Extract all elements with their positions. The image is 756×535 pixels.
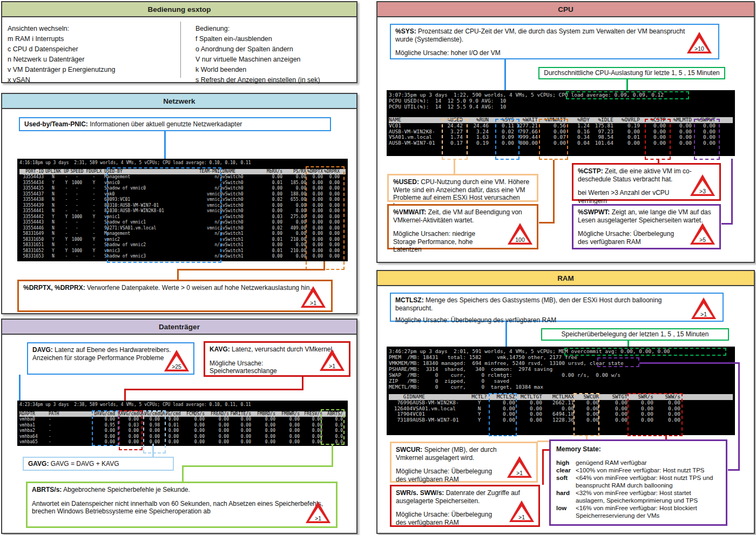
- connector-line: [332, 445, 333, 466]
- shortcut-line: x vSAN: [8, 75, 170, 85]
- note-text: Latenz, verursacht durch VMkernel.: [230, 346, 334, 353]
- terminal-line: PSHARE/MB: 3314 shared, 340 common: 2974…: [389, 366, 733, 372]
- table-row: 33554433N---Managementn/avSwitch00.000.0…: [19, 174, 346, 180]
- memory-state-row: high genügend RAM verfügbar: [556, 459, 720, 466]
- terminal-line: PCPU UTIL(%): 14 12 5.5 9.4 AVG: 10: [389, 104, 733, 110]
- connector-line: [731, 159, 733, 225]
- shortcut-line: k World beenden: [195, 65, 352, 75]
- note-label: MCTLSZ:: [395, 296, 424, 304]
- note-text: GAVG = DAVG + KAVG: [49, 460, 119, 468]
- connector-line: [542, 449, 544, 485]
- memory-state-desc: <100% von minFree verfügbar: Host nutzt …: [576, 466, 720, 474]
- memory-state-note: Memory State: high genügend RAM verfügba…: [549, 439, 727, 526]
- shortcut-line: Ansichten wechseln:: [8, 24, 170, 34]
- note-cause: Mögliche Ursache: Überbelegung des verfü…: [396, 511, 493, 526]
- table-row: vmhba65-0.000.000.000.000.000.000.000.00…: [19, 439, 346, 445]
- memory-state-list: high genügend RAM verfügbar clear <100% …: [556, 459, 720, 519]
- cstp-note: %CSTP: Zeit, die eine aktive VM im co-de…: [572, 163, 721, 201]
- shortcut-line: m RAM i Interrupts: [8, 34, 170, 44]
- esxtop-cheatsheet: Bedienung esxtop Ansichten wechseln:m RA…: [0, 0, 756, 535]
- disk-table: ADAPTRPATHDAVG/cmdKAVG/cmdGAVG/cmdQAVG/c…: [19, 411, 346, 445]
- connector-line: [639, 362, 740, 364]
- memory-state-term: soft: [556, 474, 576, 489]
- table-row: 33554439N---80310:AUSB-VM-WIN7-01vmnic1v…: [19, 203, 346, 209]
- note-text: Speicherüberbelegung der letzten 1, 5 , …: [562, 330, 709, 338]
- panel-ram: RAM MCTLSZ: Menge des Speichers des Gast…: [376, 270, 755, 534]
- swcur-note: SWCUR: Speicher (MB), der durch Vmkernel…: [390, 442, 538, 483]
- connector-line: [182, 465, 184, 482]
- note-label: %USED:: [393, 178, 419, 186]
- terminal-header-lines: 3:46:27pm up 3 days 2:01, 591 worlds, 4 …: [389, 348, 733, 390]
- memory-state-desc: genügend RAM verfügbar: [576, 459, 720, 466]
- panel-title-ram: RAM: [377, 271, 754, 286]
- connector-line: [553, 160, 555, 224]
- warning-triangle-icon: >25: [164, 350, 189, 371]
- connector-line: [721, 223, 732, 225]
- note-cause: Mögliche Ursachen: niedrige Storage Perf…: [393, 230, 496, 254]
- mctlsz-note: MCTLSZ: Menge des Speichers des Gastsyst…: [390, 293, 724, 322]
- table-row: 33554442YY1000Yvmnic1-vSwitch00.03275.00…: [19, 214, 346, 220]
- connector-line: [177, 269, 325, 270]
- note-label: %CSTP:: [578, 167, 603, 175]
- note-cause: Antwortet ein Datenspeicher nicht innerh…: [32, 500, 323, 516]
- note-text: Latenz auf Ebene des Hardwaretreibers. A…: [32, 346, 171, 362]
- table-row: vmhba2-0.000.000.000.000.000.000.000.000…: [19, 428, 346, 434]
- memory-state-term: low: [556, 504, 576, 519]
- note-text: Informationen über aktuell genutzte Netz…: [88, 120, 242, 128]
- ram-table: GIDNAMEMCTL?MCTLSZMCTLTGTMCTLMAXSWCURSWT…: [389, 394, 733, 423]
- note-cause: Mögliche Ursache: Überbelegung des verfü…: [395, 316, 718, 324]
- table-row: 58331652YY1000Yvmnic3-vSwitch10.01210.00…: [19, 248, 346, 254]
- ram-overcommit-note: Speicherüberbelegung der letzten 1, 5 , …: [541, 328, 729, 341]
- table-row: 33554435N---Shadow of vmnic0n/avSwitch00…: [19, 186, 346, 192]
- table-row: vmhba0-0.000.000.000.000.000.000.000.000…: [19, 417, 346, 423]
- note-text: Durchschnittliche CPU-Auslastung für let…: [544, 69, 720, 77]
- ram-terminal: 3:46:27pm up 3 days 2:01, 591 worlds, 4 …: [387, 347, 735, 435]
- note-label: %VMWAIT:: [393, 208, 426, 216]
- panel-cpu: CPU %SYS: Prozentsatz der CPU-Zeit der V…: [376, 1, 755, 263]
- shortcut-line: s Refresh der Anzeigen einstellen (in se…: [195, 75, 352, 85]
- disk-terminal: 4:23:34pm up 3 days 2:38, 589 worlds, 4 …: [17, 401, 348, 446]
- table-row: 58331653N---Shadow of vmnic3n/avSwitch10…: [19, 254, 346, 260]
- drp-note: %DRPTX, %DRPRX: Verworfene Datenpakete. …: [17, 280, 333, 312]
- note-label: %DRPTX, %DRPRX:: [23, 284, 85, 292]
- note-cause: Mögliche Ursache: Speicherwarteschlange: [210, 360, 312, 375]
- panel-netzwerk: Netzwerk Used-by/Team-PNIC: Informatione…: [1, 93, 357, 314]
- warning-triangle-icon: >1: [507, 456, 532, 478]
- used-note: %USED: CPU-Nutzung durch eine VM. Höhere…: [387, 174, 538, 202]
- note-label: %SWPWT:: [578, 208, 610, 216]
- connector-line: [177, 269, 179, 281]
- warning-triangle-icon: >1: [691, 297, 716, 319]
- usedby-note: Used-by/Team-PNIC: Informationen über ak…: [19, 117, 331, 131]
- note-label: ABRTS/s:: [32, 486, 62, 493]
- terminal-line: MEMCTL/MB: 0 curr, 0 target, 10384 max: [389, 384, 733, 390]
- note-cause: Mögliche Ursache: hoher I/O der VM: [395, 49, 714, 57]
- memory-state-row: clear <100% von minFree verfügbar: Host …: [556, 466, 720, 474]
- note-cause: Mögliche Ursache: Überbelegung des verfü…: [396, 468, 493, 483]
- connector-line: [164, 131, 166, 159]
- warning-triangle-icon: >1: [509, 500, 534, 522]
- table-row: 58331650YY1000Yvmnic2-vSwitch10.01210.00…: [19, 237, 346, 243]
- connector-line: [152, 444, 154, 457]
- table-row: AUSB-VM-WIN7-010.170.190.00800.000.000.0…: [389, 140, 733, 146]
- shortcut-line: c CPU d Datenspeicher: [8, 44, 170, 55]
- column-divider: [180, 22, 181, 78]
- connector-line: [182, 465, 333, 467]
- memory-state-desc: <16% von minFree verfügbar: Host blockie…: [576, 504, 720, 519]
- note-cause: bei Werten >3 Anzahl der vCPU verringern: [578, 189, 691, 205]
- connector-line: [728, 469, 740, 471]
- note-text: Prozentsatz der CPU-Zeit der VM, die dur…: [395, 28, 685, 43]
- table-row: vmhba64-0.000.000.000.000.000.000.000.00…: [19, 434, 346, 440]
- memory-state-term: high: [556, 459, 576, 466]
- note-cause: Mögliche Ursache: Überbelegung des verfü…: [578, 230, 680, 246]
- note-label: SWCUR:: [396, 446, 422, 453]
- cpu-load-note: Durchschnittliche CPU-Auslastung für let…: [538, 67, 725, 79]
- davg-note: DAVG: Latenz auf Ebene des Hardwaretreib…: [27, 342, 194, 375]
- connector-line: [539, 222, 554, 224]
- memory-state-desc: <32% von minFree verfügbar: Host startet…: [576, 489, 720, 504]
- note-label: %SYS:: [395, 28, 416, 35]
- panel-title-bedienung: Bedienung esxtop: [2, 2, 356, 17]
- warning-triangle-icon: 100: [508, 223, 532, 245]
- table-row: 58331649N---Managementn/avSwitch10.000.0…: [19, 231, 346, 237]
- note-text: Abgebrochene Speicherbefehle je Sekunde.: [62, 486, 190, 493]
- memory-state-term: clear: [556, 466, 576, 474]
